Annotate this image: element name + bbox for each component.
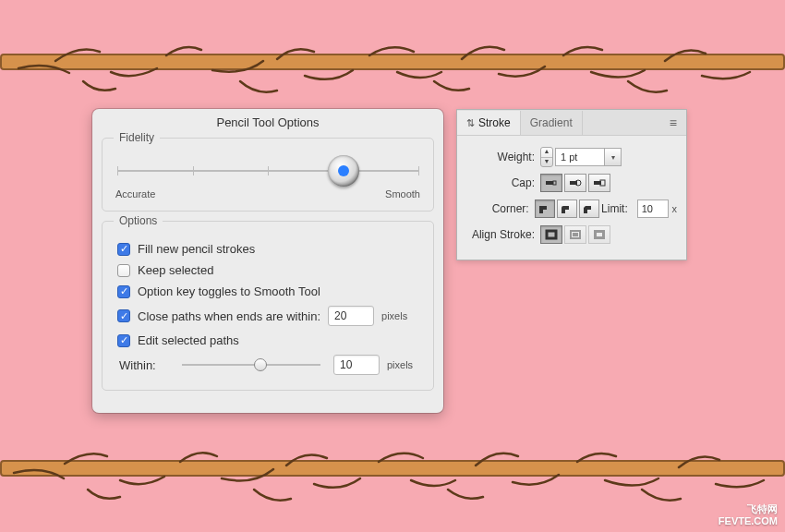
pencil-tool-options-dialog: Pencil Tool Options Fidelity Accurate Sm… <box>92 109 443 413</box>
close-paths-input[interactable]: 20 <box>328 306 374 326</box>
within-unit: pixels <box>387 359 413 370</box>
within-input[interactable]: 10 <box>333 355 380 375</box>
within-slider[interactable] <box>182 358 320 371</box>
corner-miter-button[interactable] <box>535 200 555 218</box>
svg-rect-10 <box>597 233 602 236</box>
tab-gradient[interactable]: Gradient <box>521 111 583 135</box>
options-section: Options ✓ Fill new pencil strokes Keep s… <box>102 221 434 391</box>
keep-selected-label: Keep selected <box>138 263 213 277</box>
cap-projecting-button[interactable] <box>588 174 610 192</box>
limit-suffix: x <box>672 203 678 214</box>
stroke-panel: ⇅Stroke Gradient ≡ Weight: ▲▼ 1 pt ▾ Cap… <box>456 109 687 260</box>
align-stroke-label: Align Stroke: <box>466 228 540 241</box>
fidelity-label: Fidelity <box>114 131 160 144</box>
fill-new-label: Fill new pencil strokes <box>138 242 255 256</box>
align-inside-button <box>564 225 586 244</box>
svg-rect-8 <box>573 233 578 236</box>
edit-selected-label: Edit selected paths <box>138 333 239 347</box>
fidelity-slider[interactable] <box>117 161 418 181</box>
option-key-checkbox[interactable]: ✓ <box>117 285 130 298</box>
fidelity-section: Fidelity Accurate Smooth <box>102 138 434 212</box>
branch-illustration-top <box>0 28 785 111</box>
close-paths-unit: pixels <box>381 310 407 321</box>
cap-butt-button[interactable] <box>540 174 562 192</box>
panel-tabs: ⇅Stroke Gradient ≡ <box>457 110 686 136</box>
weight-dropdown[interactable]: ▾ <box>605 148 622 166</box>
limit-input[interactable]: 10 <box>637 200 669 218</box>
weight-label: Weight: <box>466 151 540 163</box>
corner-round-button[interactable] <box>557 200 577 218</box>
option-key-label: Option key toggles to Smooth Tool <box>138 284 320 298</box>
weight-stepper[interactable]: ▲▼ <box>540 147 553 167</box>
weight-input[interactable]: 1 pt <box>555 148 605 166</box>
corner-label: Corner: <box>466 202 535 215</box>
branch-illustration-bottom <box>0 434 785 517</box>
keep-selected-checkbox[interactable] <box>117 264 130 277</box>
edit-selected-checkbox[interactable]: ✓ <box>117 334 130 347</box>
cap-label: Cap: <box>466 176 540 189</box>
fill-new-checkbox[interactable]: ✓ <box>117 243 130 256</box>
watermark: 飞特网 FEVTE.COM <box>719 503 778 529</box>
svg-rect-6 <box>547 231 556 238</box>
close-paths-checkbox[interactable]: ✓ <box>117 309 130 322</box>
corner-bevel-button[interactable] <box>579 200 599 218</box>
svg-rect-0 <box>546 181 553 185</box>
panel-menu-icon[interactable]: ≡ <box>660 115 686 130</box>
fidelity-accurate-label: Accurate <box>115 188 155 200</box>
align-center-button[interactable] <box>540 225 562 244</box>
limit-label: Limit: <box>601 202 634 215</box>
cap-round-button[interactable] <box>564 174 586 192</box>
svg-rect-1 <box>553 181 556 185</box>
close-paths-label: Close paths when ends are within: <box>138 309 320 323</box>
within-label: Within: <box>117 358 169 372</box>
options-label: Options <box>114 214 163 227</box>
fidelity-smooth-label: Smooth <box>385 188 420 200</box>
align-outside-button <box>588 225 610 244</box>
fidelity-slider-thumb[interactable] <box>328 155 359 187</box>
tab-stroke[interactable]: ⇅Stroke <box>457 111 521 135</box>
